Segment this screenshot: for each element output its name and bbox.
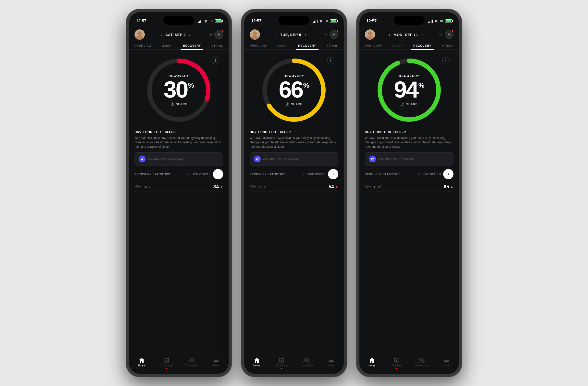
stats-header-1: RECOVERY STATISTICS VS. PREVIOUS 3 + (134, 169, 223, 179)
phone-3: 12:57 100 (357, 9, 462, 377)
recovery-number-2: 66 (279, 79, 303, 100)
nav-community-label-1: Community (185, 364, 198, 367)
tab-recovery-1[interactable]: RECOVERY (181, 43, 203, 48)
nav-community-label-2: Community (300, 364, 313, 367)
share-btn-1[interactable]: SHARE (170, 102, 187, 106)
battery-container-3: 100 (440, 19, 452, 23)
community-icon-3 (418, 357, 425, 363)
ask-btn-3[interactable]: W Ask about your Recovery (365, 152, 454, 165)
prev-arrow-2[interactable]: ‹ (275, 32, 277, 37)
tab-overview-1[interactable]: OVERVIEW (132, 43, 154, 48)
tab-nav-2: OVERVIEW SLEEP RECOVERY STRAIN (244, 42, 344, 50)
battery-container-2: 100 (324, 19, 337, 23)
nav-more-3[interactable]: More (438, 357, 455, 367)
svg-point-8 (304, 359, 306, 361)
nav-home-2[interactable]: Home (248, 357, 265, 367)
recovery-circle-3: ℹ RECOVERY 94 % SHARE (374, 55, 445, 126)
tab-overview-2[interactable]: OVERVIEW (247, 43, 269, 48)
share-btn-2[interactable]: SHARE (286, 102, 302, 106)
bottom-nav-1: Home Coaching (129, 354, 229, 374)
tab-strain-3[interactable]: STRAIN (439, 43, 456, 48)
wifi-icon-2 (319, 20, 323, 22)
coaching-dot-2 (281, 368, 282, 369)
nav-more-label-3: More (443, 364, 449, 367)
stats-title-1: RECOVERY STATISTICS (134, 173, 170, 176)
next-arrow-1[interactable]: › (189, 32, 191, 37)
status-time-2: 12:57 (251, 19, 261, 23)
nav-coaching-1[interactable]: Coaching (158, 357, 175, 367)
tab-sleep-2[interactable]: SLEEP (275, 43, 290, 48)
whoop-icon-3[interactable] (445, 30, 454, 39)
info-btn-3[interactable]: ℹ (442, 57, 450, 64)
plus-btn-1[interactable]: + (213, 169, 223, 179)
phone-screen-2: 12:57 100 (244, 12, 344, 374)
main-content-1: ℹ RECOVERY 30 % SHARE (129, 50, 229, 354)
stat-left-1: HRV (134, 184, 151, 190)
share-btn-3[interactable]: SHARE (401, 102, 418, 106)
tab-recovery-3[interactable]: RECOVERY (411, 43, 434, 48)
dynamic-island-3 (394, 16, 425, 25)
phone-frame-2: 12:57 100 (241, 9, 347, 377)
ask-btn-1[interactable]: W Ask about your Recovery (134, 152, 223, 165)
stat-left-3: HRV (365, 184, 381, 190)
nav-more-1[interactable]: More (208, 357, 225, 367)
more-icon-1 (213, 357, 219, 363)
date-nav-1: ‹ SAT, SEP 2 › (161, 32, 191, 37)
tab-nav-3: OVERVIEW SLEEP RECOVERY STRAIN (359, 42, 459, 50)
bottom-nav-2: Home Coaching (244, 354, 344, 374)
nav-more-label-1: More (213, 364, 219, 367)
description-1: HRV + RHR + RR + SLEEP WHOOP calculates … (134, 126, 223, 149)
vs-previous-2: VS. PREVIOUS 3 (303, 173, 326, 176)
date-nav-2: ‹ TUE, SEP 5 › (275, 32, 306, 37)
status-time-1: 12:57 (136, 19, 146, 23)
nav-coaching-3[interactable]: Coaching (388, 357, 405, 367)
description-text-2: WHOOP calculates how recovered your body… (250, 136, 338, 149)
tab-overview-3[interactable]: OVERVIEW (362, 43, 384, 48)
nav-community-2[interactable]: Community (298, 357, 315, 367)
ask-btn-2[interactable]: W Ask about your Recovery (250, 152, 338, 165)
nav-more-2[interactable]: More (323, 357, 340, 367)
battery-icon-3 (445, 19, 452, 23)
next-arrow-3[interactable]: › (421, 32, 423, 37)
whoop-icon-1[interactable] (214, 30, 223, 39)
nav-community-label-3: Community (415, 364, 428, 367)
prev-arrow-3[interactable]: ‹ (389, 32, 390, 37)
date-nav-3: ‹ MON, SEP 11 › (389, 32, 423, 37)
home-icon-1 (138, 357, 145, 363)
more-icon-2 (328, 357, 335, 363)
hrv-label-2: HRV (259, 185, 266, 189)
avatar-2[interactable] (250, 29, 260, 40)
plus-btn-2[interactable]: + (328, 169, 338, 179)
nav-home-3[interactable]: Home (363, 357, 380, 367)
nav-community-3[interactable]: Community (413, 357, 430, 367)
stats-title-2: RECOVERY STATISTICS (250, 173, 285, 176)
nav-more-label-2: More (328, 364, 334, 367)
tab-sleep-1[interactable]: SLEEP (160, 43, 175, 48)
prev-arrow-1[interactable]: ‹ (161, 32, 162, 37)
info-btn-2[interactable]: ℹ (327, 57, 335, 64)
whoop-icon-2[interactable] (330, 30, 338, 39)
stats-section-1: RECOVERY STATISTICS VS. PREVIOUS 3 + HRV (134, 169, 223, 192)
stat-row-hrv-2: HRV 54 ▼ (250, 182, 338, 192)
tab-strain-1[interactable]: STRAIN (209, 43, 226, 48)
nav-coaching-2[interactable]: Coaching (273, 357, 290, 367)
avatar-3[interactable] (365, 29, 375, 40)
coaching-icon-2 (278, 357, 285, 363)
date-text-2: TUE, SEP 5 (280, 33, 301, 37)
avatar-1[interactable] (134, 29, 145, 40)
tab-recovery-2[interactable]: RECOVERY (296, 43, 318, 48)
tab-sleep-3[interactable]: SLEEP (390, 43, 405, 48)
date-text-1: SAT, SEP 2 (165, 33, 186, 37)
hrv-trend-1: ▼ (220, 185, 223, 189)
tab-strain-2[interactable]: STRAIN (324, 43, 341, 48)
hrv-label-3: HRV (374, 185, 381, 189)
nav-home-1[interactable]: Home (133, 357, 150, 367)
bottom-nav-3: Home Coaching (359, 354, 459, 374)
plus-btn-3[interactable]: + (443, 169, 454, 179)
percentage-1: --% (206, 33, 212, 37)
coaching-dot-1 (166, 368, 167, 369)
info-btn-1[interactable]: ℹ (212, 57, 219, 64)
next-arrow-2[interactable]: › (305, 32, 306, 37)
main-content-2: ℹ RECOVERY 66 % SHARE (244, 50, 344, 354)
nav-community-1[interactable]: Community (183, 357, 200, 367)
